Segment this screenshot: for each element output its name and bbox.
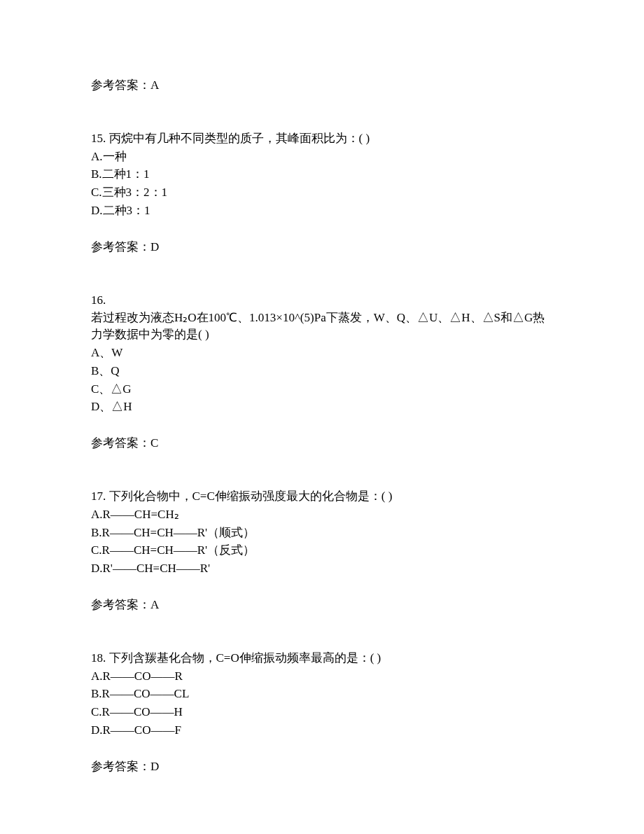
q18-option-a: A.R——CO——R: [91, 668, 553, 685]
q16-number: 16.: [91, 292, 553, 309]
q18-option-c: C.R——CO——H: [91, 704, 553, 721]
q16-text: 若过程改为液态H₂O在100℃、1.013×10^(5)Pa下蒸发，W、Q、△U…: [91, 310, 553, 343]
question-16: 16. 若过程改为液态H₂O在100℃、1.013×10^(5)Pa下蒸发，W、…: [91, 292, 553, 452]
q17-option-c: C.R——CH=CH——R'（反式）: [91, 542, 553, 559]
q16-option-b: B、Q: [91, 363, 553, 380]
question-18: 18. 下列含羰基化合物，C=O伸缩振动频率最高的是：( ) A.R——CO——…: [91, 650, 553, 775]
q17-option-d: D.R'——CH=CH——R': [91, 560, 553, 577]
q18-answer: 参考答案：D: [91, 758, 553, 775]
q15-option-a: A.一种: [91, 148, 553, 165]
q18-option-b: B.R——CO——CL: [91, 686, 553, 702]
q16-answer: 参考答案：C: [91, 435, 553, 452]
q17-text: 17. 下列化合物中，C=C伸缩振动强度最大的化合物是：( ): [91, 488, 553, 505]
q17-answer: 参考答案：A: [91, 597, 553, 613]
q16-option-a: A、W: [91, 345, 553, 361]
q15-option-c: C.三种3：2：1: [91, 184, 553, 201]
q15-answer: 参考答案：D: [91, 239, 553, 256]
q16-option-d: D、△H: [91, 398, 553, 415]
q15-text: 15. 丙烷中有几种不同类型的质子，其峰面积比为：( ): [91, 130, 553, 147]
question-17: 17. 下列化合物中，C=C伸缩振动强度最大的化合物是：( ) A.R——CH=…: [91, 488, 553, 613]
q17-option-b: B.R——CH=CH——R'（顺式）: [91, 524, 553, 541]
question-15: 15. 丙烷中有几种不同类型的质子，其峰面积比为：( ) A.一种 B.二种1：…: [91, 130, 553, 256]
q18-text: 18. 下列含羰基化合物，C=O伸缩振动频率最高的是：( ): [91, 650, 553, 667]
q15-option-b: B.二种1：1: [91, 166, 553, 183]
q15-option-d: D.二种3：1: [91, 202, 553, 219]
q16-option-c: C、△G: [91, 381, 553, 398]
q17-option-a: A.R——CH=CH₂: [91, 506, 553, 523]
prev-answer: 参考答案：A: [91, 77, 553, 94]
q18-option-d: D.R——CO——F: [91, 722, 553, 739]
